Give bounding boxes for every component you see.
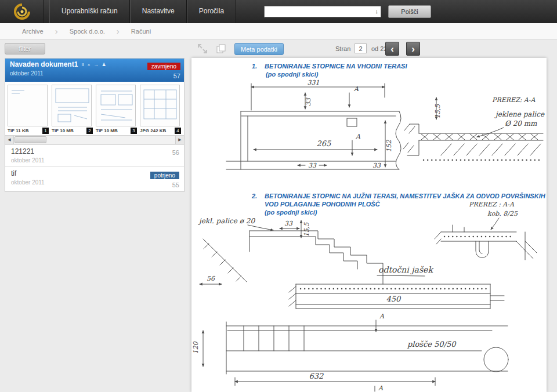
svg-text:(po spodnji skici): (po spodnji skici) [266,71,319,78]
document-item[interactable]: 121221 oktober 2011 56 [5,144,184,166]
thumbnail[interactable]: TIF 11 KB 1 [8,85,49,134]
fullscreen-icon[interactable] [197,43,208,56]
scrollbar-thumb[interactable] [15,136,46,143]
status-badge-approved: potrjeno [150,172,179,179]
scroll-left-icon[interactable]: ◀ [5,136,14,144]
svg-text:33: 33 [284,220,293,227]
svg-text:jeklene palice: jeklene palice [494,110,545,118]
document-date: oktober 2011 [11,179,45,186]
scroll-right-icon[interactable]: ▶ [175,136,184,144]
thumbnail-label: TIF 11 KB [8,128,28,133]
document-item[interactable]: tif oktober 2011 potrjeno 55 [5,166,184,191]
section2-detail [435,218,537,260]
breadcrumb-invoices[interactable]: Računi [131,28,151,35]
svg-text:PREREZ: A-A: PREREZ: A-A [492,96,536,104]
section1-heading: 1. BETONIRANJE STOPNICE NA VHODNI TERASI… [252,63,407,78]
document-list: Navaden dokument1 II × → ♟ oktober 2011 … [5,58,185,192]
thumbnail-scrollbar[interactable]: ◀ ▶ [5,135,184,144]
breadcrumb-company[interactable]: Spock d.o.o. [70,28,105,35]
search-dropdown-icon[interactable]: ↓ [375,8,379,14]
section2-stairs-labels: jekl. palice ø 20 33 15,5 56 [198,217,310,282]
search-input[interactable] [265,7,370,17]
svg-text:(po spodnji skici): (po spodnji skici) [265,209,317,216]
thumbnail-image [8,85,48,126]
main-menu: Uporabniški račun Nastavitve Poročila [49,0,236,23]
breadcrumb: Archive › Spock d.o.o. › Računi [0,23,557,39]
document-number: 57 [147,72,180,79]
menu-reports[interactable]: Poročila [187,0,236,23]
section1-crosssection-labels: 15,5 PREREZ: A-A jeklene palice Ø 20 mm [434,96,545,128]
svg-text:152: 152 [385,140,393,153]
topbar: Uporabniški račun Nastavitve Poročila ↓ … [0,0,557,23]
logo-icon [14,3,30,20]
pages-icon[interactable] [216,43,226,56]
app-logo[interactable] [0,0,44,23]
svg-text:331: 331 [308,79,320,86]
section2-stairs [200,220,383,284]
thumbnail[interactable]: TIF 10 MB 2 [52,85,93,134]
section2-slab-labels: plošče 50/50 120 632 A [192,340,457,392]
thumbnail-image [140,85,180,126]
next-page-button[interactable]: › [406,42,420,56]
svg-text:A: A [355,133,361,140]
document-header[interactable]: Navaden dokument1 II × → ♟ oktober 2011 … [5,59,184,82]
scrollbar-track[interactable] [14,136,175,144]
document-page[interactable]: 1. BETONIRANJE STOPNICE NA VHODNI TERASI… [191,58,547,392]
thumbnail-strip: TIF 11 KB 1 TIF 10 MB 2 [5,82,184,135]
svg-text:450: 450 [386,295,402,303]
menu-settings[interactable]: Nastavitve [130,0,187,23]
document-title: 121221 [11,147,45,155]
menu-user-account[interactable]: Uporabniški račun [49,0,130,23]
svg-text:A: A [353,85,359,93]
thumbnail-label: TIF 10 MB [52,128,74,133]
section1-plan-labels: 331 A 33 265 A 33 33 152 [305,79,393,169]
section1-plan [226,84,401,169]
svg-text:plošče 50/50: plošče 50/50 [407,340,457,349]
svg-text:odtočni jašek: odtočni jašek [378,265,433,275]
section2-slab [203,322,508,391]
search-button[interactable]: Poišči [388,5,431,18]
svg-text:Ø 20 mm: Ø 20 mm [505,119,537,128]
svg-text:A: A [379,313,385,320]
chevron-right-icon: › [55,26,58,36]
svg-text:15,5: 15,5 [434,104,442,118]
document-date: oktober 2011 [11,157,45,164]
user-icon[interactable]: ♟ [102,62,106,67]
section2-detail-labels: PREREZ : A-A kob. 8/25 [469,201,518,217]
meta-data-button[interactable]: Meta podatki [234,43,284,55]
hold-icon[interactable]: II [81,62,84,67]
thumbnail-sketch [52,85,92,126]
document-date: oktober 2011 [10,70,106,77]
svg-text:33: 33 [305,97,312,106]
svg-text:BETONIRANJE STOPNICE NA VHODNI: BETONIRANJE STOPNICE NA VHODNI TERASI [265,63,407,70]
thumbnail[interactable]: TIF 10 MB 3 [96,85,137,134]
sidebar: filter Navaden dokument1 II × → ♟ oktobe… [5,43,185,192]
document-title: tif [11,169,45,177]
document-number: 55 [150,182,179,188]
thumbnail-sketch [8,85,48,126]
breadcrumb-archive[interactable]: Archive [22,28,44,35]
section2-channel [289,275,504,332]
viewer-toolbar: Meta podatki Stran od 22 ‹ › [191,42,547,57]
document-sketch: 1. BETONIRANJE STOPNICE NA VHODNI TERASI… [191,58,547,392]
document-item-selected[interactable]: Navaden dokument1 II × → ♟ oktober 2011 … [5,59,184,144]
forward-icon[interactable]: → [94,62,99,67]
thumbnail-label: TIF 10 MB [96,128,118,133]
thumbnail[interactable]: JPG 242 KB 4 [140,85,181,134]
previous-page-button[interactable]: ‹ [385,42,399,56]
remove-icon[interactable]: × [88,62,91,67]
page-number-input[interactable] [355,43,367,53]
svg-text:56: 56 [207,275,215,282]
svg-text:120: 120 [192,342,200,354]
svg-text:A: A [378,384,384,392]
filter-button[interactable]: filter [5,43,45,55]
thumbnail-image [52,85,92,126]
svg-text:33: 33 [308,162,317,169]
page-label: Stran [335,45,350,52]
svg-text:15,5: 15,5 [303,222,310,237]
search-box: ↓ [264,6,381,17]
document-number: 56 [172,149,179,156]
thumbnail-number: 3 [131,128,137,134]
svg-text:33: 33 [372,162,381,169]
svg-text:265: 265 [317,139,332,148]
